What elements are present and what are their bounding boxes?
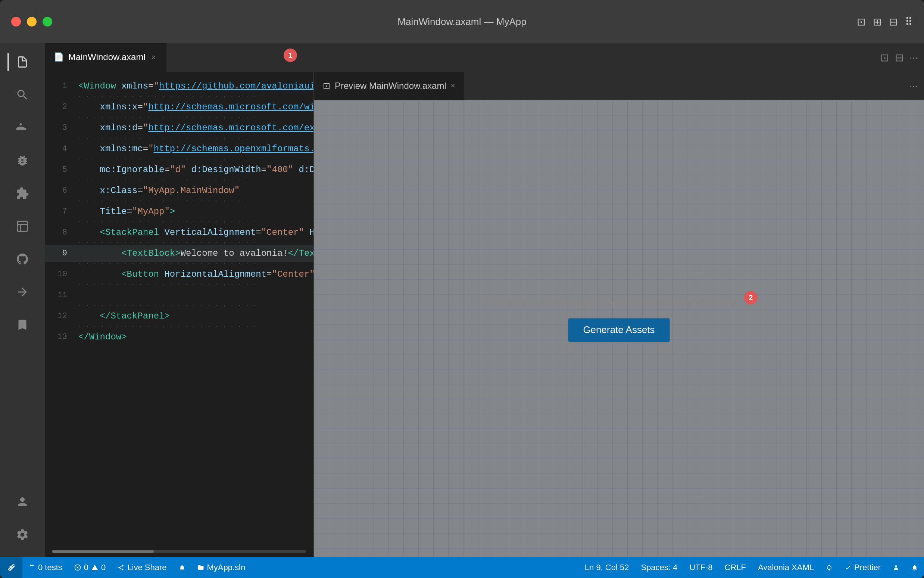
window: MainWindow.axaml — MyApp ⊡ ⊞ ⊟ ⠿	[0, 0, 924, 578]
preview-message-text: Previewer is unavailable. Please build t…	[487, 297, 751, 309]
activity-bar-top	[8, 47, 37, 487]
preview-content: Previewer is unavailable. Please build t…	[314, 100, 924, 557]
eol-label: CRLF	[725, 563, 746, 572]
live-share-item[interactable]: Live Share	[112, 557, 172, 578]
traffic-lights	[11, 17, 52, 26]
tab-bar: 📄 MainWindow.axaml × ⊡ ⊟ ··· 1	[45, 43, 924, 72]
code-dots-5: · · · · · · · · · · · · · · · · · · · · …	[45, 179, 314, 182]
tab-bar-actions: ⊡ ⊟ ···	[874, 43, 924, 72]
tab-mainwindow-axaml[interactable]: 📄 MainWindow.axaml ×	[45, 43, 167, 72]
preview-panel: ⊡ Preview MainWindow.axaml × ··· Preview…	[314, 72, 924, 557]
sidebar-item-search[interactable]	[8, 80, 37, 110]
code-dots-8: · · · · · · · · · · · · · · · · · · · · …	[45, 241, 314, 245]
scrollbar-thumb[interactable]	[52, 550, 154, 553]
indentation-label: Spaces: 4	[641, 563, 677, 572]
code-dots-11: · · · · · · · · · · · · · · · · · · · · …	[45, 304, 314, 308]
window-title: MainWindow.axaml — MyApp	[397, 16, 526, 28]
status-bar: 0 tests 0 0 Live Share MyApp.sln Ln	[0, 557, 924, 578]
maximize-button[interactable]	[42, 17, 52, 26]
errors-item[interactable]: 0 0	[68, 557, 112, 578]
code-dots-1: · · · · · · · · · · · · · · · · · · · · …	[45, 95, 314, 99]
prettier-item[interactable]: Prettier	[838, 557, 887, 578]
eol-item[interactable]: CRLF	[719, 557, 752, 578]
minimize-button[interactable]	[27, 17, 37, 26]
account-status-item[interactable]	[887, 557, 905, 578]
encoding-label: UTF-8	[689, 563, 712, 572]
svg-rect-0	[18, 221, 28, 232]
cursor-position-item[interactable]: Ln 9, Col 52	[579, 557, 635, 578]
titlebar: MainWindow.axaml — MyApp ⊡ ⊞ ⊟ ⠿	[0, 0, 924, 43]
sidebar-item-account[interactable]	[8, 487, 37, 517]
sidebar-item-extensions[interactable]	[8, 179, 37, 208]
indentation-item[interactable]: Spaces: 4	[635, 557, 683, 578]
sidebar-item-source-control[interactable]	[8, 113, 37, 143]
tab-label: MainWindow.axaml	[68, 52, 146, 62]
code-dots-6: · · · · · · · · · · · · · · · · · · · · …	[45, 200, 314, 203]
code-dots-2: · · · · · · · · · · · · · · · · · · · · …	[45, 116, 314, 120]
titlebar-actions: ⊡ ⊞ ⊟ ⠿	[857, 16, 913, 28]
code-dots-3: · · · · · · · · · · · · · · · · · · · · …	[45, 136, 314, 140]
project-label: MyApp.sln	[207, 563, 246, 572]
prettier-label: Prettier	[854, 563, 881, 572]
preview-message: Previewer is unavailable. Please build t…	[487, 297, 751, 342]
preview-notification-badge: 2	[744, 291, 757, 304]
tab-close-button[interactable]: ×	[150, 52, 157, 63]
close-button[interactable]	[11, 17, 21, 26]
live-share-label: Live Share	[127, 563, 167, 572]
main-area: 📄 MainWindow.axaml × ⊡ ⊟ ··· 1	[0, 43, 924, 557]
split-down-icon[interactable]: ⊡	[880, 52, 889, 64]
preview-icon: ⊡	[323, 81, 330, 91]
tab-notification-badge: 1	[284, 49, 297, 62]
cursor-position-label: Ln 9, Col 52	[585, 563, 629, 572]
code-editor[interactable]: 1 <Window xmlns="https://github.com/aval…	[45, 72, 314, 557]
status-bar-left: 0 tests 0 0 Live Share MyApp.sln	[0, 557, 251, 578]
preview-tab-bar: ⊡ Preview MainWindow.axaml × ···	[314, 72, 924, 100]
code-dots-12: · · · · · · · · · · · · · · · · · · · · …	[45, 325, 314, 329]
sidebar-item-run[interactable]	[8, 277, 37, 307]
sync-item[interactable]	[820, 557, 838, 578]
project-item[interactable]: MyApp.sln	[191, 557, 251, 578]
preview-tab-label: Preview MainWindow.axaml	[335, 81, 446, 91]
language-item[interactable]: Avalonia XAML	[752, 557, 820, 578]
notification-item[interactable]	[905, 557, 924, 578]
sidebar-item-debug[interactable]	[8, 146, 37, 175]
layout-icon[interactable]: ⊞	[873, 16, 882, 28]
language-label: Avalonia XAML	[758, 563, 814, 572]
sidebar-item-settings[interactable]	[8, 520, 37, 550]
preview-more-actions-icon[interactable]: ···	[909, 80, 918, 92]
code-content: 1 <Window xmlns="https://github.com/aval…	[45, 72, 314, 546]
xml-file-icon: 📄	[54, 52, 64, 62]
activity-bar-bottom	[8, 487, 37, 557]
status-bar-right: Ln 9, Col 52 Spaces: 4 UTF-8 CRLF Avalon…	[579, 557, 924, 578]
errors-label: 0	[84, 563, 89, 572]
notification-bell-item[interactable]	[173, 557, 191, 578]
sidebar-item-bookmark[interactable]	[8, 310, 37, 340]
encoding-item[interactable]: UTF-8	[683, 557, 718, 578]
more-actions-icon[interactable]: ···	[909, 52, 918, 63]
editors-split: 1 <Window xmlns="https://github.com/aval…	[45, 72, 924, 557]
vscode-menu-icon[interactable]	[0, 557, 23, 578]
horizontal-scrollbar[interactable]	[45, 546, 314, 557]
sidebar-item-explorer[interactable]	[8, 47, 37, 77]
panel-icon[interactable]: ⊟	[889, 16, 898, 28]
generate-assets-button[interactable]: Generate Assets	[568, 318, 670, 342]
scrollbar-track	[52, 550, 306, 553]
split-editor-icon[interactable]: ⊡	[857, 16, 866, 28]
tests-item[interactable]: 0 tests	[23, 557, 68, 578]
activity-bar	[0, 43, 45, 557]
code-dots-4: · · · · · · · · · · · · · · · · · · · · …	[45, 157, 314, 161]
grid-icon[interactable]: ⠿	[905, 16, 913, 28]
preview-tab-actions: ···	[903, 72, 924, 100]
editor-area: 📄 MainWindow.axaml × ⊡ ⊟ ··· 1	[45, 43, 924, 557]
preview-tab-close-button[interactable]: ×	[451, 81, 455, 90]
code-dots-10: · · · · · · · · · · · · · · · · · · · · …	[45, 283, 314, 287]
sidebar-item-github[interactable]	[8, 244, 37, 274]
code-dots-9: · · · · · · · · · · · · · · · · · · · · …	[45, 262, 314, 266]
code-dots-7: · · · · · · · · · · · · · · · · · · · · …	[45, 220, 314, 224]
split-right-icon[interactable]: ⊟	[895, 52, 903, 64]
warnings-label: 0	[101, 563, 105, 572]
sidebar-item-remote[interactable]	[8, 211, 37, 241]
tab-preview[interactable]: ⊡ Preview MainWindow.axaml ×	[314, 72, 464, 100]
tests-label: 0 tests	[38, 563, 62, 572]
